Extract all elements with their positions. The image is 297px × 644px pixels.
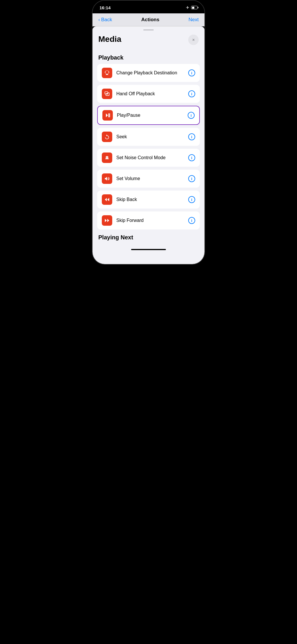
svg-marker-7 — [105, 198, 107, 201]
info-icon: i — [191, 177, 192, 181]
info-icon: i — [191, 198, 192, 202]
action-icon-skipback — [102, 194, 112, 205]
section-header-playback: Playback — [93, 50, 204, 64]
action-item-set-noise-control-mode[interactable]: Set Noise Control Mode i — [97, 149, 200, 167]
info-button-hand-off[interactable]: i — [188, 90, 195, 97]
action-icon-noise — [102, 153, 112, 163]
airplane-icon: ✈ — [186, 5, 189, 10]
action-label: Play/Pause — [117, 113, 188, 118]
svg-marker-2 — [106, 113, 108, 117]
drag-handle — [143, 29, 154, 31]
close-button[interactable]: × — [188, 35, 199, 45]
info-button-noise-control[interactable]: i — [188, 154, 195, 161]
battery-fill — [192, 7, 195, 9]
svg-rect-3 — [108, 113, 109, 117]
battery-icon — [191, 6, 198, 9]
svg-point-5 — [106, 156, 108, 158]
action-label: Seek — [116, 134, 188, 139]
home-bar — [131, 249, 166, 250]
info-icon: i — [191, 218, 192, 223]
info-button-play-pause[interactable]: i — [188, 112, 195, 119]
info-button-volume[interactable]: i — [188, 175, 195, 182]
action-list-playback: Change Playback Destination i Hand Off P… — [93, 64, 204, 229]
status-bar: 16:14 ✈ — [93, 1, 204, 13]
info-button-skip-back[interactable]: i — [188, 196, 195, 203]
info-button-seek[interactable]: i — [188, 133, 195, 140]
seek-icon — [104, 134, 110, 140]
section-header-playing-next: Playing Next — [93, 229, 204, 244]
next-button[interactable]: Next — [189, 17, 199, 23]
svg-marker-8 — [107, 198, 109, 201]
status-icons: ✈ — [186, 5, 198, 10]
info-icon: i — [191, 156, 192, 160]
handoff-icon — [104, 91, 110, 97]
action-icon-seek — [102, 132, 112, 142]
action-label: Hand Off Playback — [116, 91, 188, 96]
action-label: Skip Back — [116, 197, 188, 202]
info-icon: i — [191, 71, 192, 75]
action-icon-airplay — [102, 68, 112, 78]
phone-frame: 16:14 ✈ ‹ Back Actions Next Media × — [92, 0, 205, 265]
info-button-skip-forward[interactable]: i — [188, 217, 195, 224]
svg-marker-6 — [105, 177, 107, 180]
action-item-hand-off-playback[interactable]: Hand Off Playback i — [97, 85, 200, 103]
volume-icon — [104, 176, 110, 182]
chevron-left-icon: ‹ — [98, 17, 100, 23]
info-icon: i — [191, 135, 192, 139]
noise-icon — [104, 155, 110, 161]
action-label: Skip Forward — [116, 218, 188, 223]
action-icon-playpause — [102, 110, 113, 121]
action-item-skip-back[interactable]: Skip Back i — [97, 191, 200, 209]
action-item-skip-forward[interactable]: Skip Forward i — [97, 211, 200, 229]
back-button[interactable]: ‹ Back — [98, 17, 112, 23]
svg-rect-4 — [109, 113, 110, 117]
action-label: Set Noise Control Mode — [116, 155, 188, 160]
sheet-title: Media — [98, 35, 121, 44]
action-icon-volume — [102, 173, 112, 184]
action-item-set-volume[interactable]: Set Volume i — [97, 170, 200, 188]
info-icon: i — [191, 113, 192, 118]
playpause-icon — [105, 112, 111, 118]
status-time: 16:14 — [99, 5, 111, 10]
action-item-change-playback-destination[interactable]: Change Playback Destination i — [97, 64, 200, 82]
bottom-sheet: Media × Playback Change Playback Destina… — [93, 26, 204, 264]
action-label: Set Volume — [116, 176, 188, 181]
info-icon: i — [191, 92, 192, 96]
home-indicator — [93, 247, 204, 252]
battery-body — [191, 6, 198, 9]
action-icon-skipforward — [102, 215, 112, 226]
action-item-seek[interactable]: Seek i — [97, 128, 200, 146]
action-item-play-pause[interactable]: Play/Pause i — [97, 106, 200, 125]
sheet-handle — [93, 26, 204, 32]
skipforward-icon — [104, 218, 110, 223]
skipback-icon — [104, 197, 110, 202]
close-icon: × — [192, 37, 195, 42]
svg-marker-10 — [105, 219, 107, 222]
navigation-bar: ‹ Back Actions Next — [93, 13, 204, 26]
action-icon-handoff — [102, 89, 112, 99]
nav-title: Actions — [141, 17, 159, 23]
airplay-icon — [104, 70, 110, 76]
action-label: Change Playback Destination — [116, 70, 188, 76]
sheet-header: Media × — [93, 32, 204, 50]
back-label: Back — [101, 17, 112, 23]
svg-marker-9 — [107, 219, 109, 222]
info-button-change-playback[interactable]: i — [188, 69, 195, 76]
